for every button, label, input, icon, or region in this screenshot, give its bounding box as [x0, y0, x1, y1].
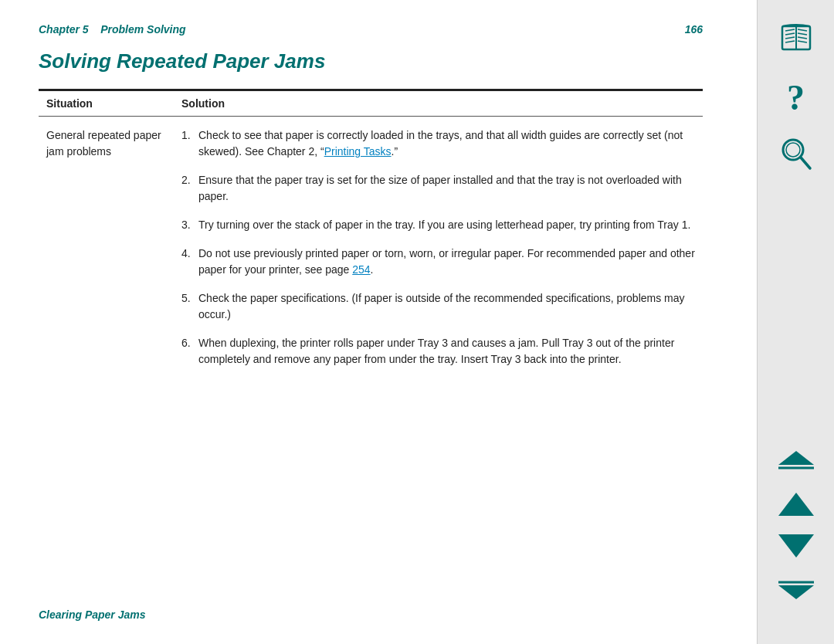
svg-marker-18	[778, 585, 814, 599]
svg-line-9	[798, 41, 807, 42]
situation-cell: General repeated paper jam problems	[39, 117, 174, 391]
svg-line-13	[801, 158, 810, 168]
first-page-button[interactable]	[775, 446, 817, 479]
content-table: Situation Solution General repeated pape…	[39, 91, 703, 391]
search-icon[interactable]	[773, 130, 819, 176]
list-item: 4. Do not use previously printed paper o…	[181, 246, 695, 278]
page-number: 166	[685, 23, 703, 36]
footer-link[interactable]: Clearing Paper Jams	[39, 608, 146, 621]
svg-line-2	[785, 29, 795, 31]
page-header: Chapter 5 Problem Solving 166	[39, 23, 703, 36]
main-content: Chapter 5 Problem Solving 166 Solving Re…	[0, 0, 734, 644]
last-page-button[interactable]	[775, 571, 817, 604]
list-item: 2. Ensure that the paper tray is set for…	[181, 172, 695, 205]
svg-line-7	[798, 33, 807, 35]
svg-marker-14	[778, 451, 814, 465]
svg-line-8	[798, 37, 807, 39]
book-icon[interactable]	[773, 15, 819, 62]
solution-list: 1. Check to see that paper is correctly …	[181, 127, 695, 368]
page-title: Solving Repeated Paper Jams	[39, 49, 703, 73]
solution-cell: 1. Check to see that paper is correctly …	[174, 117, 703, 391]
svg-point-12	[786, 143, 800, 157]
list-item: 5. Check the paper specifications. (If p…	[181, 290, 695, 323]
list-item: 6. When duplexing, the printer rolls pap…	[181, 335, 695, 368]
table-row: General repeated paper jam problems 1. C…	[39, 117, 703, 391]
svg-line-3	[785, 33, 795, 35]
printing-tasks-link[interactable]: Printing Tasks	[324, 145, 392, 158]
col-solution-header: Solution	[174, 91, 703, 117]
svg-line-4	[785, 37, 795, 39]
svg-line-6	[798, 29, 807, 31]
prev-page-button[interactable]	[775, 488, 817, 520]
help-icon[interactable]: ?	[773, 73, 819, 119]
col-situation-header: Situation	[39, 91, 174, 117]
svg-text:?: ?	[787, 78, 805, 114]
svg-marker-16	[778, 493, 814, 516]
list-item: 1. Check to see that paper is correctly …	[181, 127, 695, 160]
svg-marker-17	[778, 534, 814, 558]
svg-line-5	[785, 41, 795, 42]
chapter-label: Chapter 5 Problem Solving	[39, 23, 186, 36]
sidebar: ?	[757, 0, 834, 644]
page-254-link[interactable]: 254	[352, 263, 370, 276]
list-item: 3. Try turning over the stack of paper i…	[181, 217, 695, 233]
next-page-button[interactable]	[775, 530, 817, 562]
